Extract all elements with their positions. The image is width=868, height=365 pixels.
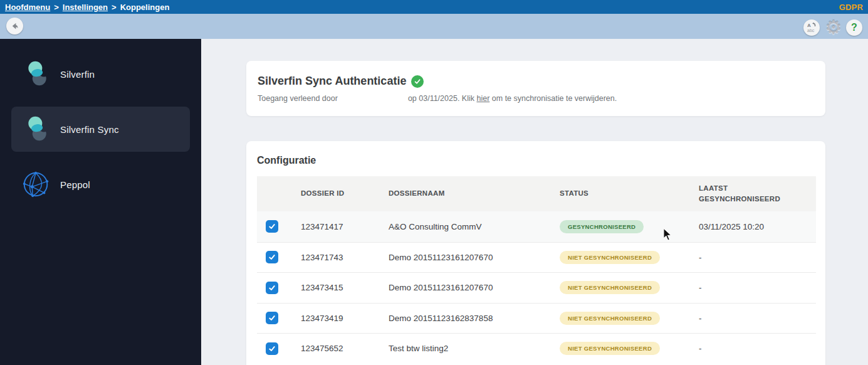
back-button[interactable] bbox=[6, 18, 23, 34]
sidebar-item-label: Peppol bbox=[60, 179, 90, 190]
peppol-logo-icon bbox=[20, 169, 51, 203]
table-body: 123471417A&O Consulting CommVGESYNCHRONI… bbox=[257, 211, 816, 364]
translate-icon: A abc bbox=[805, 21, 818, 34]
cell-dossiernaam: Demo 20151123162837858 bbox=[389, 314, 560, 323]
silverfin-sync-logo-icon bbox=[24, 115, 51, 145]
breadcrumb-hoofdmenu[interactable]: Hoofdmenu bbox=[5, 3, 50, 12]
status-badge: NIET GESYNCHRONISEERD bbox=[560, 251, 660, 264]
svg-text:abc: abc bbox=[807, 28, 815, 33]
auth-card-subtitle: Toegang verleend doorop 03/11/2025. Klik… bbox=[258, 94, 814, 103]
check-circle-icon bbox=[411, 75, 424, 88]
cell-dossier-id: 123471743 bbox=[301, 253, 389, 262]
config-card: Configuratie DOSSIER ID DOSSIERNAAM STAT… bbox=[246, 141, 825, 365]
table-row: 123473419Demo 20151123162837858NIET GESY… bbox=[257, 303, 816, 334]
sidebar-item-label: Silverfin Sync bbox=[60, 124, 119, 135]
cell-dossiernaam: Demo 20151123161207670 bbox=[389, 253, 560, 262]
question-mark-icon: ? bbox=[851, 23, 857, 33]
breadcrumb-koppelingen: Koppelingen bbox=[120, 3, 170, 12]
breadcrumb-separator: > bbox=[54, 3, 59, 12]
top-bar: Hoofdmenu > Instellingen > Koppelingen G… bbox=[0, 0, 868, 14]
row-checkbox[interactable] bbox=[266, 282, 278, 294]
row-checkbox[interactable] bbox=[266, 220, 278, 233]
sidebar-item-silverfin-sync[interactable]: Silverfin Sync bbox=[11, 107, 190, 152]
sidebar-item-peppol[interactable]: Peppol bbox=[11, 162, 190, 207]
table-row: 123473415Demo 20151123161207670NIET GESY… bbox=[257, 272, 816, 303]
breadcrumb-separator: > bbox=[112, 3, 117, 12]
settings-button[interactable]: ⚙ bbox=[823, 16, 844, 38]
status-badge: NIET GESYNCHRONISEERD bbox=[560, 312, 660, 325]
status-badge: GESYNCHRONISEERD bbox=[560, 220, 644, 233]
toolbar: A abc ⚙ ? bbox=[0, 14, 868, 39]
row-checkbox[interactable] bbox=[266, 342, 278, 355]
gear-icon: ⚙ bbox=[825, 16, 842, 38]
translate-button[interactable]: A abc bbox=[803, 19, 820, 36]
status-badge: NIET GESYNCHRONISEERD bbox=[560, 281, 660, 294]
cell-laatst-gesynchroniseerd: - bbox=[699, 314, 816, 323]
back-arrow-icon bbox=[10, 21, 19, 31]
cell-dossiernaam: Test btw listing2 bbox=[389, 344, 560, 353]
table-row: 123471743Demo 20151123161207670NIET GESY… bbox=[257, 242, 816, 273]
cell-dossier-id: 123471417 bbox=[301, 222, 389, 231]
silverfin-logo-icon bbox=[24, 60, 51, 90]
cell-dossiernaam: Demo 20151123161207670 bbox=[389, 283, 560, 292]
cell-dossier-id: 123475652 bbox=[301, 344, 389, 353]
row-checkbox[interactable] bbox=[266, 312, 278, 324]
header-dossier-id: DOSSIER ID bbox=[301, 188, 389, 199]
table-row: 123471417A&O Consulting CommVGESYNCHRONI… bbox=[257, 211, 816, 242]
row-checkbox[interactable] bbox=[266, 251, 278, 263]
svg-text:A: A bbox=[807, 23, 811, 28]
breadcrumb-instellingen[interactable]: Instellingen bbox=[63, 3, 108, 12]
header-laatst-gesynchroniseerd: LAATST GESYNCHRONISEERD bbox=[699, 183, 816, 205]
config-table: DOSSIER ID DOSSIERNAAM STATUS LAATST GES… bbox=[257, 176, 816, 364]
help-button[interactable]: ? bbox=[846, 19, 862, 36]
table-row: 123475652Test btw listing2NIET GESYNCHRO… bbox=[257, 333, 816, 364]
sidebar-item-label: Silverfin bbox=[60, 69, 95, 80]
cell-dossier-id: 123473419 bbox=[301, 314, 389, 323]
cell-dossier-id: 123473415 bbox=[301, 283, 389, 292]
cell-laatst-gesynchroniseerd: - bbox=[699, 344, 816, 353]
sidebar-item-silverfin[interactable]: Silverfin bbox=[11, 51, 190, 97]
status-badge: NIET GESYNCHRONISEERD bbox=[560, 342, 660, 355]
auth-card-title: Silverfin Sync Authenticatie bbox=[258, 75, 406, 88]
cell-laatst-gesynchroniseerd: - bbox=[699, 253, 816, 262]
config-card-title: Configuratie bbox=[257, 155, 825, 166]
cell-dossiernaam: A&O Consulting CommV bbox=[389, 222, 560, 231]
cell-laatst-gesynchroniseerd: 03/11/2025 10:20 bbox=[699, 222, 816, 231]
auth-card: Silverfin Sync Authenticatie Toegang ver… bbox=[246, 61, 825, 116]
sidebar: Silverfin Silverfin Sync bbox=[0, 39, 201, 365]
gdpr-label: GDPR bbox=[839, 3, 863, 12]
table-header-row: DOSSIER ID DOSSIERNAAM STATUS LAATST GES… bbox=[257, 176, 816, 211]
remove-sync-link[interactable]: hier bbox=[476, 94, 489, 103]
cell-laatst-gesynchroniseerd: - bbox=[699, 283, 816, 292]
header-status: STATUS bbox=[560, 188, 699, 199]
header-dossiernaam: DOSSIERNAAM bbox=[389, 188, 560, 199]
